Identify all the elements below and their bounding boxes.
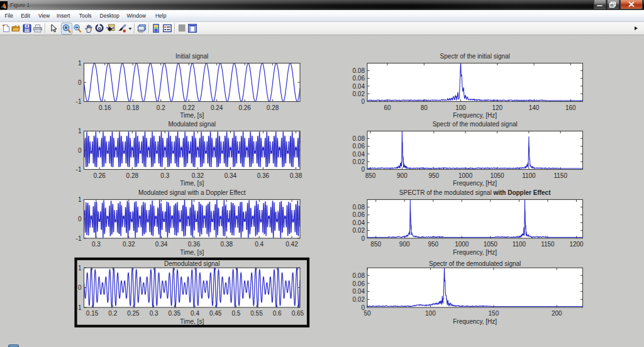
svg-text:1: 1 <box>78 196 82 203</box>
svg-text:0.34: 0.34 <box>225 172 237 179</box>
svg-text:0.45: 0.45 <box>209 310 222 317</box>
svg-text:900: 900 <box>399 241 410 248</box>
svg-text:Time, [s]: Time, [s] <box>180 180 204 187</box>
svg-text:0.65: 0.65 <box>292 310 304 317</box>
svg-text:0: 0 <box>78 79 82 86</box>
svg-text:1000: 1000 <box>458 172 473 179</box>
svg-text:200: 200 <box>552 310 562 317</box>
svg-text:Frequency, [Hz]: Frequency, [Hz] <box>453 112 497 119</box>
svg-text:850: 850 <box>365 172 376 179</box>
svg-text:0: 0 <box>361 98 365 105</box>
svg-text:Demodulated signal: Demodulated signal <box>164 260 219 267</box>
svg-text:1: 1 <box>78 60 82 67</box>
svg-text:0.4: 0.4 <box>255 241 264 248</box>
svg-text:0: 0 <box>78 216 82 223</box>
svg-text:0.04: 0.04 <box>353 83 365 90</box>
svg-text:50: 50 <box>364 310 371 317</box>
svg-text:0.26: 0.26 <box>238 104 251 111</box>
svg-text:1100: 1100 <box>513 241 526 248</box>
svg-text:0.08: 0.08 <box>353 135 365 142</box>
svg-text:0.04: 0.04 <box>353 219 365 226</box>
svg-text:SPECTR of the modulated signal: SPECTR of the modulated signal with Dopp… <box>399 189 551 196</box>
svg-text:Frequency, [Hz]: Frequency, [Hz] <box>453 318 497 325</box>
svg-text:0.15: 0.15 <box>86 310 99 317</box>
svg-text:0.2: 0.2 <box>157 104 165 111</box>
svg-text:1100: 1100 <box>522 172 536 179</box>
svg-text:Frequency, [Hz]: Frequency, [Hz] <box>453 249 497 256</box>
svg-text:0.24: 0.24 <box>211 104 223 111</box>
svg-text:80: 80 <box>421 104 428 111</box>
svg-text:0.06: 0.06 <box>353 280 365 287</box>
svg-text:Spectr of the modulated signal: Spectr of the modulated signal <box>433 121 518 128</box>
svg-text:0.08: 0.08 <box>353 204 365 211</box>
svg-text:0.02: 0.02 <box>353 91 365 97</box>
svg-text:950: 950 <box>428 172 439 179</box>
svg-text:160: 160 <box>565 104 576 111</box>
svg-text:150: 150 <box>489 310 499 317</box>
svg-text:Time, [s]: Time, [s] <box>180 249 204 256</box>
svg-text:100: 100 <box>455 104 466 111</box>
svg-text:0.04: 0.04 <box>353 151 365 158</box>
svg-text:0.08: 0.08 <box>353 272 365 279</box>
svg-text:140: 140 <box>529 104 540 111</box>
svg-text:Time, [s]: Time, [s] <box>180 112 204 119</box>
svg-text:0.26: 0.26 <box>93 172 106 179</box>
svg-text:0.06: 0.06 <box>353 211 365 218</box>
svg-text:0.04: 0.04 <box>353 288 365 295</box>
svg-text:120: 120 <box>492 104 502 111</box>
svg-text:-1: -1 <box>76 166 82 173</box>
svg-text:0: 0 <box>78 147 82 154</box>
svg-text:0.08: 0.08 <box>353 67 365 74</box>
svg-text:1: 1 <box>78 128 82 135</box>
svg-text:Frequency, [Hz]: Frequency, [Hz] <box>453 180 497 187</box>
svg-text:Modulated signal: Modulated signal <box>168 121 216 128</box>
svg-text:-1: -1 <box>76 304 82 311</box>
svg-text:-1: -1 <box>76 98 82 105</box>
svg-text:0.25: 0.25 <box>127 310 140 317</box>
svg-text:Initial signal: Initial signal <box>175 53 208 60</box>
svg-text:0.36: 0.36 <box>188 241 201 248</box>
svg-text:0.18: 0.18 <box>127 104 140 111</box>
svg-text:0.36: 0.36 <box>257 172 270 179</box>
svg-text:1: 1 <box>78 265 82 272</box>
svg-text:0.5: 0.5 <box>231 310 240 317</box>
svg-text:0: 0 <box>78 284 82 291</box>
svg-text:950: 950 <box>428 241 438 248</box>
svg-text:100: 100 <box>425 310 436 317</box>
svg-text:0.38: 0.38 <box>290 172 303 179</box>
svg-text:0.32: 0.32 <box>123 241 135 248</box>
svg-text:Modulated signal with a Dopple: Modulated signal with a Doppler Effect <box>138 189 246 196</box>
svg-text:0: 0 <box>361 235 365 242</box>
svg-text:60: 60 <box>384 104 391 111</box>
svg-text:0.3: 0.3 <box>92 241 101 248</box>
svg-text:Spectr of the initial signal: Spectr of the initial signal <box>440 53 510 60</box>
svg-text:0.55: 0.55 <box>250 310 263 317</box>
svg-text:0.3: 0.3 <box>150 310 158 317</box>
svg-text:0: 0 <box>361 304 365 311</box>
svg-text:0.22: 0.22 <box>182 104 195 111</box>
svg-text:0.35: 0.35 <box>169 310 181 317</box>
svg-text:0.3: 0.3 <box>160 172 169 179</box>
svg-text:900: 900 <box>397 172 408 179</box>
svg-text:Time, [s]: Time, [s] <box>180 318 204 325</box>
svg-text:0.34: 0.34 <box>155 241 168 248</box>
svg-text:0.06: 0.06 <box>353 143 365 150</box>
svg-text:0.2: 0.2 <box>108 310 117 317</box>
svg-text:0: 0 <box>361 166 365 173</box>
svg-text:0.4: 0.4 <box>191 310 199 317</box>
svg-text:Spectr of the demodulated sign: Spectr of the demodulated signal <box>429 260 521 267</box>
svg-text:0.28: 0.28 <box>267 104 279 111</box>
svg-text:0.02: 0.02 <box>353 296 365 303</box>
svg-text:1200: 1200 <box>569 241 584 248</box>
svg-text:1150: 1150 <box>541 241 555 248</box>
svg-text:0.06: 0.06 <box>353 75 365 82</box>
svg-text:1150: 1150 <box>553 172 567 179</box>
svg-text:0.38: 0.38 <box>221 241 233 248</box>
svg-text:1050: 1050 <box>490 172 504 179</box>
svg-text:1050: 1050 <box>484 241 498 248</box>
svg-text:0.42: 0.42 <box>286 241 298 248</box>
svg-text:0.02: 0.02 <box>353 227 365 234</box>
svg-text:0.28: 0.28 <box>126 172 139 179</box>
svg-text:1000: 1000 <box>455 241 469 248</box>
svg-text:0.6: 0.6 <box>273 310 282 317</box>
